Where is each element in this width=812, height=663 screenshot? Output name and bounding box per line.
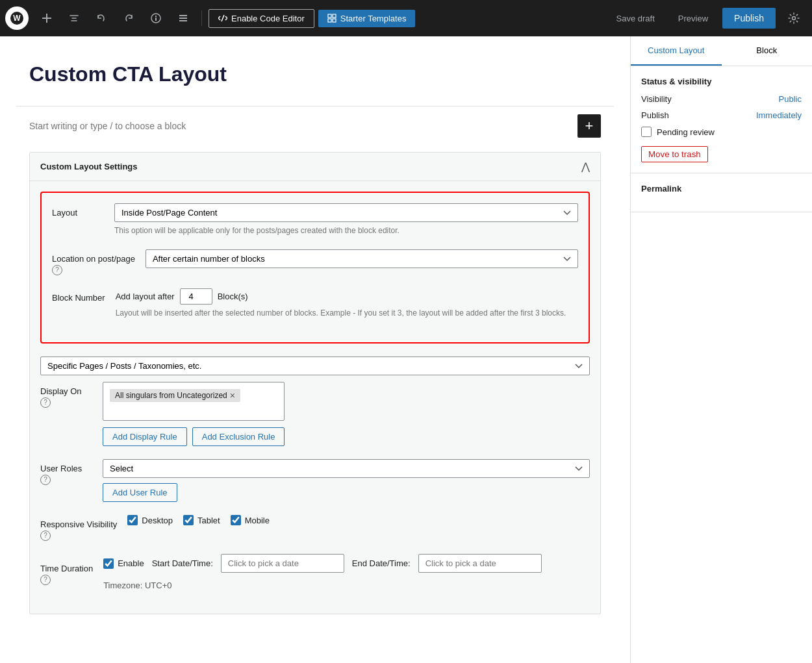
visibility-row: Visibility Public [641,94,802,104]
enable-time-text: Enable [118,558,144,568]
time-duration-label: Time Duration ? [40,559,93,585]
display-on-select[interactable]: Specific Pages / Posts / Taxonomies, etc… [40,357,590,375]
editor-content: Custom CTA Layout Start writing or type … [3,62,627,614]
main-wrapper: Custom CTA Layout Start writing or type … [0,36,812,663]
tag-item: All singulars from Uncategorized × [110,389,240,402]
mobile-checkbox-label[interactable]: Mobile [231,515,270,525]
display-on-help-icon[interactable]: ? [40,397,51,408]
status-visibility-section: Status & visibility Visibility Public Pu… [631,66,812,173]
desktop-checkbox-label[interactable]: Desktop [127,515,173,525]
end-date-input[interactable] [418,554,542,573]
location-row: Location on post/page ? After certain nu… [52,249,578,275]
svg-rect-6 [179,18,187,19]
info-button[interactable] [144,6,168,30]
svg-line-8 [222,15,224,21]
svg-rect-5 [179,15,187,16]
mobile-checkbox[interactable] [231,515,241,525]
svg-rect-1 [42,18,51,19]
user-roles-label: User Roles ? [40,459,92,485]
editor-area[interactable]: Custom CTA Layout Start writing or type … [0,36,630,663]
toolbar: W Enable Code Editor Starter Templates S… [0,0,812,36]
pending-review-row: Pending review [641,127,802,137]
starter-templates-button[interactable]: Starter Templates [318,10,416,27]
tag-label: All singulars from Uncategorized [115,391,227,400]
tablet-checkbox-label[interactable]: Tablet [183,515,220,525]
placeholder-text: Start writing or type / to choose a bloc… [29,121,186,131]
display-on-tags-wrap: All singulars from Uncategorized × Add D… [103,382,285,446]
svg-point-13 [793,17,796,20]
visibility-label: Visibility [641,94,672,104]
tablet-label: Tablet [197,516,220,525]
responsive-label: Responsive Visibility ? [40,515,117,541]
add-user-rule-button[interactable]: Add User Rule [103,483,177,502]
time-duration-control: Enable Start Date/Time: End Date/Time: T… [103,554,590,590]
pending-review-label: Pending review [657,127,715,137]
desktop-label: Desktop [142,516,173,525]
block-number-input[interactable] [180,288,212,305]
layout-label: Layout [52,203,104,219]
svg-rect-3 [155,18,157,21]
enable-code-editor-button[interactable]: Enable Code Editor [209,9,314,28]
pending-review-checkbox[interactable] [641,127,652,137]
publish-sidebar-label: Publish [641,110,669,120]
display-on-content: Display On ? All singulars from Uncatego… [40,382,285,446]
tab-custom-layout[interactable]: Custom Layout [631,36,722,66]
redo-button[interactable] [117,6,140,30]
desktop-checkbox[interactable] [127,515,138,525]
wp-logo[interactable]: W [5,6,29,30]
move-to-trash-button[interactable]: Move to trash [641,146,708,162]
status-section-title: Status & visibility [641,77,802,86]
tag-remove-button[interactable]: × [230,391,235,400]
add-block-button[interactable] [35,6,58,30]
svg-rect-12 [333,19,336,22]
page-title: Custom CTA Layout [16,62,614,86]
user-roles-row: User Roles ? Select Administrator Editor… [40,459,590,502]
add-exclusion-rule-button[interactable]: Add Exclusion Rule [192,427,285,446]
display-on-row: Specific Pages / Posts / Taxonomies, etc… [40,357,590,446]
sidebar-panel: Custom Layout Block Status & visibility … [630,36,812,663]
tags-area[interactable]: All singulars from Uncategorized × [103,382,285,421]
settings-button[interactable] [781,5,807,31]
enable-time-checkbox[interactable] [103,558,114,569]
block-number-label: Block Number [52,288,105,304]
user-roles-help-icon[interactable]: ? [40,475,51,485]
location-label: Location on post/page ? [52,249,135,275]
user-rule-button-wrap: Add User Rule [103,483,590,502]
time-duration-help-icon[interactable]: ? [40,575,51,585]
user-roles-select[interactable]: Select Administrator Editor Subscriber [103,459,590,478]
location-control: After certain number of blocks Before ce… [146,249,578,268]
settings-panel-title: Custom Layout Settings [40,162,138,171]
end-date-label: End Date/Time: [352,558,411,568]
tab-block[interactable]: Block [722,36,813,66]
custom-layout-settings-panel: Custom Layout Settings ⋀ Layout Inside P… [29,152,601,614]
settings-body: Layout Inside Post/Page Content Before P… [30,181,600,614]
publish-value[interactable]: Immediately [756,110,802,120]
save-draft-button[interactable]: Save draft [607,10,664,27]
undo-button[interactable] [90,6,113,30]
tools-button[interactable] [62,6,86,30]
publish-button[interactable]: Publish [722,8,776,29]
add-block-inline-button[interactable]: + [577,114,601,138]
time-row: Enable Start Date/Time: End Date/Time: T… [103,554,590,590]
settings-header[interactable]: Custom Layout Settings ⋀ [30,153,600,181]
visibility-value[interactable]: Public [779,94,802,104]
layout-select[interactable]: Inside Post/Page Content Before Post/Pag… [114,203,578,222]
permalink-label: Permalink [641,184,802,194]
svg-rect-10 [333,14,336,18]
toolbar-separator [201,10,202,26]
start-date-input[interactable] [221,554,344,573]
publish-row: Publish Immediately [641,110,802,120]
responsive-help-icon[interactable]: ? [40,531,51,541]
block-number-input-row: Add layout after Block(s) [116,288,578,305]
layout-hint: This option will be applicable only for … [114,225,578,236]
location-select[interactable]: After certain number of blocks Before ce… [146,249,578,268]
location-help-icon[interactable]: ? [52,265,62,275]
timezone-label: Timezone: UTC+0 [103,581,171,590]
time-duration-row: Time Duration ? Enable Start Date/Time: [40,554,590,590]
user-roles-control: Select Administrator Editor Subscriber A… [103,459,590,502]
preview-button[interactable]: Preview [669,10,717,27]
tablet-checkbox[interactable] [183,515,194,525]
enable-time-label[interactable]: Enable [103,558,144,569]
list-view-button[interactable] [171,6,195,30]
add-display-rule-button[interactable]: Add Display Rule [103,427,187,446]
